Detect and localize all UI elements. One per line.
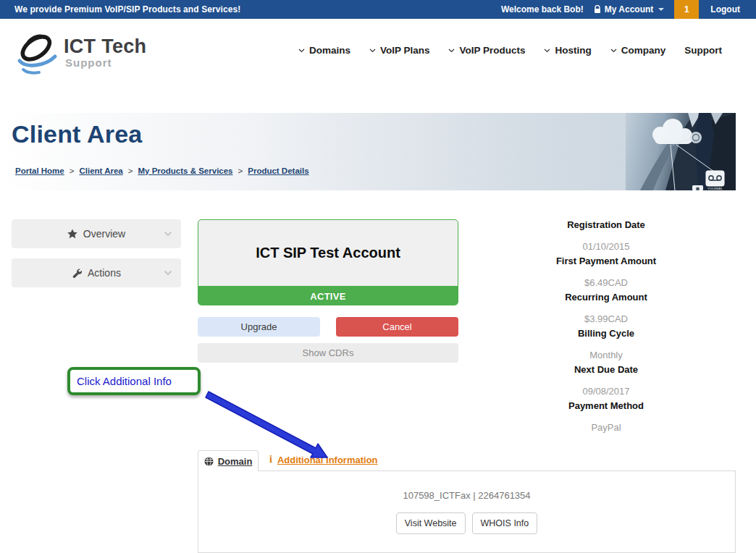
detail-value: 01/10/2015: [476, 241, 736, 252]
page-title: Client Area: [12, 120, 142, 148]
nav-item-hosting[interactable]: Hosting: [544, 45, 591, 56]
detail-value: $3.99CAD: [476, 313, 736, 324]
breadcrumb-separator: >: [128, 166, 133, 175]
detail-label: Billing Cycle: [476, 328, 736, 339]
callout-text: Click Additional Info: [77, 375, 172, 387]
hero-photo: VOICEMAIL: [626, 113, 736, 190]
overview-label: Overview: [83, 228, 125, 240]
my-account-label: My Account: [605, 4, 654, 14]
chevron-down-icon: [298, 48, 305, 53]
detail-label: Next Due Date: [476, 364, 736, 375]
tab-domain[interactable]: Domain: [198, 450, 259, 471]
tab-additional-label: Additional Information: [277, 455, 378, 465]
show-cdrs-button[interactable]: Show CDRs: [198, 343, 458, 363]
status-badge: ACTIVE: [198, 286, 458, 305]
tab-additional-information[interactable]: i Additional Information: [269, 454, 378, 465]
client-area-page: We provide Premium VoIP/SIP Products and…: [0, 0, 756, 553]
breadcrumb-portal-home[interactable]: Portal Home: [15, 166, 64, 175]
header: ICT Tech Support Domains VoIP Plans VoIP…: [0, 19, 756, 113]
breadcrumb-separator: >: [70, 166, 75, 175]
domain-panel: 107598_ICTFax | 2264761354 Visit Website…: [198, 470, 736, 553]
topbar: We provide Premium VoIP/SIP Products and…: [0, 0, 756, 19]
overview-button[interactable]: Overview: [12, 219, 181, 248]
swoosh-logo-icon: [14, 28, 59, 77]
cancel-button[interactable]: Cancel: [336, 317, 458, 337]
nav-item-support[interactable]: Support: [684, 45, 722, 56]
actions-label: Actions: [88, 267, 121, 279]
welcome-text: Welcome back Bob!: [501, 4, 584, 14]
chevron-down-icon: [544, 48, 550, 53]
detail-value: $6.49CAD: [476, 277, 736, 288]
domain-info-text: 107598_ICTFax | 2264761354: [198, 490, 735, 501]
chevron-down-icon: [369, 48, 376, 53]
brand-logo[interactable]: ICT Tech Support: [14, 28, 146, 77]
star-icon: [67, 229, 77, 239]
nav-item-voip-plans[interactable]: VoIP Plans: [369, 45, 430, 56]
lock-icon: [594, 5, 601, 14]
nav-item-company[interactable]: Company: [610, 45, 666, 56]
nav-item-domains[interactable]: Domains: [298, 45, 350, 56]
billing-details: Registration Date 01/10/2015 First Payme…: [476, 219, 736, 436]
brand-text: ICT Tech Support: [64, 36, 146, 69]
detail-label: Payment Method: [476, 400, 736, 411]
detail-value: PayPal: [476, 422, 736, 433]
actions-button[interactable]: Actions: [12, 258, 181, 287]
tagline: We provide Premium VoIP/SIP Products and…: [14, 4, 240, 14]
breadcrumb-client-area[interactable]: Client Area: [79, 166, 122, 175]
chevron-down-icon: [164, 270, 172, 276]
nav-label: Support: [684, 45, 722, 56]
logout-link[interactable]: Logout: [710, 4, 740, 14]
breadcrumb-separator: >: [238, 166, 243, 175]
nav-label: Hosting: [555, 45, 591, 56]
nav-label: Company: [621, 45, 666, 56]
product-card: ICT SIP Test Account ACTIVE: [198, 219, 458, 305]
breadcrumb-my-products[interactable]: My Products & Services: [138, 166, 232, 175]
main-nav: Domains VoIP Plans VoIP Products Hosting…: [298, 45, 722, 56]
notification-badge[interactable]: 1: [674, 0, 699, 19]
nav-item-voip-products[interactable]: VoIP Products: [448, 45, 525, 56]
upgrade-button[interactable]: Upgrade: [198, 317, 320, 337]
chevron-down-icon: [164, 231, 172, 237]
voicemail-icon: VOICEMAIL: [706, 171, 724, 190]
caret-down-icon: [658, 8, 664, 11]
page-banner: VOICEMAIL Client Area Portal Home > Clie…: [0, 113, 736, 190]
domain-panel-buttons: Visit Website WHOIS Info: [198, 512, 735, 534]
visit-website-button[interactable]: Visit Website: [396, 512, 466, 534]
annotation-callout: Click Additional Info: [67, 367, 201, 395]
breadcrumb-product-details[interactable]: Product Details: [248, 166, 308, 175]
voicemail-caption: VOICEMAIL: [707, 187, 723, 190]
nav-label: Domains: [309, 45, 350, 56]
tab-domain-label: Domain: [218, 456, 253, 467]
nav-label: VoIP Products: [459, 45, 525, 56]
wrench-icon: [72, 268, 82, 278]
detail-label: First Payment Amount: [476, 256, 736, 266]
product-name: ICT SIP Test Account: [256, 245, 400, 261]
info-icon: i: [269, 454, 272, 465]
whois-info-button[interactable]: WHOIS Info: [472, 512, 538, 534]
breadcrumb: Portal Home > Client Area > My Products …: [15, 166, 309, 175]
detail-value: 09/08/2017: [476, 386, 736, 397]
topbar-right: Welcome back Bob! My Account 1 Logout: [501, 0, 756, 19]
chevron-down-icon: [610, 48, 617, 53]
detail-value: Monthly: [476, 350, 736, 360]
my-account-menu[interactable]: My Account: [594, 0, 665, 19]
brand-name: ICT Tech: [64, 36, 146, 56]
detail-label: Recurring Amount: [476, 292, 736, 303]
nav-label: VoIP Plans: [380, 45, 430, 56]
globe-icon: [204, 457, 214, 466]
product-card-body: ICT SIP Test Account: [198, 220, 458, 286]
chevron-down-icon: [448, 48, 455, 53]
detail-label: Registration Date: [476, 219, 736, 230]
brand-subtitle: Support: [65, 56, 146, 69]
